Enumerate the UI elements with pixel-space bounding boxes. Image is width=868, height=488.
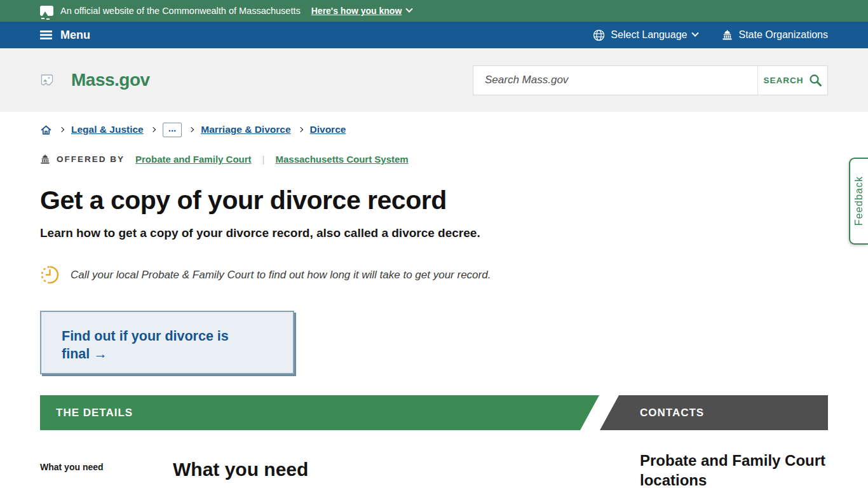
- time-note-text: Call your local Probate & Family Court t…: [71, 269, 491, 281]
- heres-how-you-know-link[interactable]: Here's how you know: [311, 6, 412, 16]
- page-title: Get a copy of your divorce record: [40, 186, 828, 215]
- breadcrumb: Legal & Justice ... Marriage & Divorce D…: [40, 112, 828, 137]
- contacts-section: Probate and Family Court locations: [640, 451, 828, 488]
- massgov-logo-link[interactable]: Mass.gov: [40, 70, 150, 90]
- chevron-right-icon: [297, 127, 302, 132]
- state-organizations-label: State Organizations: [738, 29, 828, 41]
- feedback-tab[interactable]: Feedback: [849, 158, 868, 245]
- offered-by-court-system-link[interactable]: Massachusetts Court System: [275, 154, 408, 165]
- capitol-icon: [40, 154, 50, 164]
- heres-how-you-know-label: Here's how you know: [311, 6, 402, 16]
- clock-icon: [40, 265, 60, 285]
- contacts-banner: CONTACTS: [600, 395, 828, 430]
- chevron-down-icon: [692, 30, 699, 37]
- contacts-label: CONTACTS: [640, 407, 704, 419]
- breadcrumb-home-link[interactable]: [40, 124, 52, 136]
- breadcrumb-legal-justice[interactable]: Legal & Justice: [71, 124, 144, 135]
- search-icon: [809, 74, 822, 87]
- main-nav: Menu Select Language: [0, 22, 868, 48]
- breadcrumb-marriage-divorce[interactable]: Marriage & Divorce: [201, 124, 290, 135]
- globe-icon: [593, 29, 605, 41]
- official-banner-text: An official website of the Commonwealth …: [60, 6, 301, 16]
- offered-by-probate-court-link[interactable]: Probate and Family Court: [135, 154, 252, 165]
- chevron-down-icon: [406, 6, 413, 13]
- state-organizations-link[interactable]: State Organizations: [722, 29, 828, 41]
- page-toc: What you need: [40, 451, 173, 472]
- logo-text: Mass.gov: [71, 70, 150, 90]
- divorce-final-callout-link[interactable]: Find out if your divorce is final →: [40, 311, 294, 374]
- broken-image-icon: [40, 74, 54, 86]
- arrow-right-icon: →: [93, 346, 107, 362]
- section-banners: THE DETAILS CONTACTS: [40, 395, 828, 430]
- chevron-right-icon: [189, 127, 194, 132]
- bottom-content: What you need What you need Probate and …: [40, 451, 828, 488]
- details-section: What you need: [173, 451, 640, 480]
- the-details-banner: THE DETAILS: [40, 395, 599, 430]
- time-note: Call your local Probate & Family Court t…: [40, 265, 828, 285]
- what-you-need-heading: What you need: [173, 459, 640, 480]
- site-header: Mass.gov SEARCH: [0, 48, 868, 112]
- toc-what-you-need-link[interactable]: What you need: [40, 462, 173, 472]
- offered-by-label: OFFERED BY: [57, 154, 125, 164]
- feedback-label: Feedback: [853, 176, 865, 226]
- select-language-button[interactable]: Select Language: [593, 29, 698, 41]
- search-button-label: SEARCH: [763, 76, 803, 85]
- hamburger-icon: [40, 30, 52, 32]
- official-banner: An official website of the Commonwealth …: [0, 0, 868, 22]
- select-language-label: Select Language: [611, 29, 687, 41]
- home-icon: [40, 124, 52, 136]
- chevron-right-icon: [59, 127, 64, 132]
- separator: |: [262, 154, 265, 165]
- search-form: SEARCH: [473, 65, 828, 95]
- chevron-right-icon: [150, 127, 155, 132]
- search-input[interactable]: [473, 66, 757, 95]
- menu-label: Menu: [60, 29, 90, 42]
- contact-heading: Probate and Family Court locations: [640, 451, 828, 488]
- callout-label: Find out if your divorce is final: [62, 329, 229, 362]
- the-details-label: THE DETAILS: [56, 407, 133, 419]
- breadcrumb-divorce[interactable]: Divorce: [310, 124, 346, 135]
- search-button[interactable]: SEARCH: [757, 66, 827, 95]
- page-subtitle: Learn how to get a copy of your divorce …: [40, 226, 828, 240]
- menu-button[interactable]: Menu: [40, 29, 90, 42]
- massachusetts-flag-icon: [40, 6, 53, 16]
- breadcrumb-ellipsis-button[interactable]: ...: [163, 123, 182, 137]
- offered-by-row: OFFERED BY Probate and Family Court | Ma…: [40, 154, 828, 165]
- capitol-icon: [722, 30, 733, 40]
